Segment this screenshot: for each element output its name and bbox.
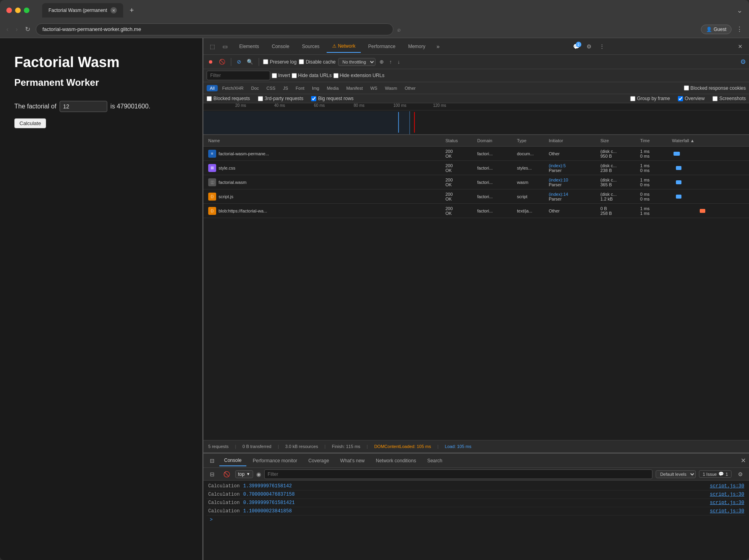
- col-time[interactable]: Time: [639, 137, 670, 144]
- preserve-log-label[interactable]: Preserve log: [263, 59, 296, 65]
- issues-badge-button[interactable]: 💬 1: [571, 41, 582, 52]
- download-button[interactable]: ↓: [396, 58, 402, 66]
- type-filter-js[interactable]: JS: [280, 85, 291, 91]
- factorial-input[interactable]: [60, 101, 107, 112]
- type-filter-all[interactable]: All: [207, 85, 218, 91]
- type-filter-doc[interactable]: Doc: [248, 85, 262, 91]
- screenshots-checkbox[interactable]: [712, 96, 718, 101]
- col-name[interactable]: Name: [207, 137, 444, 144]
- blocked-requests-checkbox[interactable]: [207, 96, 212, 101]
- hide-extension-urls-checkbox[interactable]: [333, 73, 339, 78]
- network-settings-button[interactable]: ⚙: [740, 58, 746, 66]
- blocked-cookies-checkbox[interactable]: [684, 85, 689, 91]
- tab-search[interactable]: Search: [422, 456, 447, 466]
- blocked-cookies-label[interactable]: Blocked response cookies: [684, 85, 746, 91]
- tab-close-button[interactable]: ✕: [110, 7, 117, 14]
- menu-button[interactable]: ⋮: [735, 24, 744, 35]
- console-close-button[interactable]: ✕: [741, 457, 746, 464]
- new-tab-button[interactable]: +: [126, 5, 137, 16]
- table-row[interactable]: ⊠ style.css 200 OK factori... styles... …: [203, 161, 749, 175]
- group-frame-checkbox[interactable]: [630, 96, 635, 101]
- upload-button[interactable]: ↑: [388, 58, 394, 66]
- back-button[interactable]: ‹: [5, 24, 10, 35]
- tab-performance-monitor[interactable]: Performance monitor: [248, 456, 302, 466]
- table-row[interactable]: ⟨⟩ script.js 200 OK factori... script (i…: [203, 189, 749, 204]
- tab-performance[interactable]: Performance: [362, 41, 401, 52]
- col-size[interactable]: Size: [599, 137, 639, 144]
- col-type[interactable]: Type: [515, 137, 547, 144]
- col-domain[interactable]: Domain: [476, 137, 515, 144]
- type-filter-ws[interactable]: WS: [367, 85, 381, 91]
- console-sidebar-button[interactable]: ⊟: [207, 455, 218, 466]
- type-filter-img[interactable]: Img: [309, 85, 322, 91]
- preserve-log-checkbox[interactable]: [263, 59, 268, 64]
- tab-whats-new[interactable]: What's new: [335, 456, 370, 466]
- table-row[interactable]: ≡ factorial-wasm-permane... 200 OK facto…: [203, 147, 749, 161]
- col-waterfall[interactable]: Waterfall ▲: [670, 137, 734, 144]
- clear-button[interactable]: 🚫: [217, 58, 227, 66]
- table-row[interactable]: ◫ factorial.wasm 200 OK factori... wasm …: [203, 175, 749, 189]
- log-source-2[interactable]: script.js:30: [710, 492, 744, 497]
- eye-icon[interactable]: ◉: [256, 471, 261, 477]
- type-filter-font[interactable]: Font: [292, 85, 308, 91]
- invert-checkbox-label[interactable]: Invert: [272, 73, 290, 78]
- tab-memory[interactable]: Memory: [403, 41, 431, 52]
- type-filter-media[interactable]: Media: [323, 85, 342, 91]
- tab-coverage[interactable]: Coverage: [304, 456, 334, 466]
- tab-elements[interactable]: Elements: [234, 41, 265, 52]
- hide-extension-urls-label[interactable]: Hide extension URLs: [333, 73, 385, 78]
- refresh-button[interactable]: ↻: [23, 24, 32, 35]
- hide-data-urls-label[interactable]: Hide data URLs: [292, 73, 332, 78]
- tab-network[interactable]: ⚠ Network: [327, 40, 361, 53]
- filter-toggle-button[interactable]: ⊘: [235, 58, 243, 66]
- context-selector[interactable]: top ▼: [235, 470, 253, 478]
- online-icon-button[interactable]: ⊕: [378, 58, 385, 66]
- overview-checkbox[interactable]: [678, 96, 683, 101]
- guest-button[interactable]: 👤 Guest: [701, 25, 732, 34]
- console-filter-input[interactable]: [264, 469, 653, 479]
- issue-badge[interactable]: 1 Issue 💬 1: [699, 470, 732, 478]
- invert-checkbox[interactable]: [272, 73, 277, 78]
- console-prompt[interactable]: >: [207, 516, 746, 524]
- type-filter-fetch[interactable]: Fetch/XHR: [219, 85, 247, 91]
- devtools-close-button[interactable]: ✕: [735, 41, 746, 52]
- levels-select[interactable]: Default levels: [656, 470, 696, 478]
- big-rows-label[interactable]: Big request rows: [311, 96, 353, 101]
- throttle-select[interactable]: No throttling: [338, 58, 375, 66]
- type-filter-css[interactable]: CSS: [263, 85, 279, 91]
- hide-data-urls-checkbox[interactable]: [292, 73, 297, 78]
- log-source-3[interactable]: script.js:30: [710, 500, 744, 506]
- browser-tab[interactable]: Factorial Wasm (permanent ✕: [42, 3, 123, 17]
- col-status[interactable]: Status: [444, 137, 476, 144]
- tab-console-bottom[interactable]: Console: [219, 455, 246, 466]
- disable-cache-checkbox[interactable]: [299, 59, 304, 64]
- type-filter-other[interactable]: Other: [401, 85, 419, 91]
- console-sidebar-toggle[interactable]: ⊟: [207, 469, 218, 480]
- tab-network-conditions[interactable]: Network conditions: [371, 456, 421, 466]
- col-initiator[interactable]: Initiator: [547, 137, 599, 144]
- log-source-4[interactable]: script.js:30: [710, 508, 744, 514]
- log-source-1[interactable]: script.js:30: [710, 483, 744, 489]
- calculate-button[interactable]: Calculate: [14, 118, 46, 128]
- blocked-requests-label[interactable]: Blocked requests: [207, 96, 250, 101]
- disable-cache-label[interactable]: Disable cache: [299, 59, 335, 65]
- type-filter-manifest[interactable]: Manifest: [343, 85, 366, 91]
- address-input[interactable]: [36, 23, 393, 35]
- group-frame-label[interactable]: Group by frame: [630, 96, 670, 101]
- inspect-element-button[interactable]: ⬚: [207, 41, 218, 52]
- filter-input[interactable]: [207, 71, 270, 80]
- third-party-label[interactable]: 3rd-party requests: [258, 96, 303, 101]
- screenshots-label[interactable]: Screenshots: [712, 96, 746, 101]
- console-settings-button[interactable]: ⚙: [735, 469, 746, 480]
- overview-label[interactable]: Overview: [678, 96, 704, 101]
- console-clear-button[interactable]: 🚫: [221, 469, 232, 480]
- devtools-settings-button[interactable]: ⚙: [584, 41, 595, 52]
- record-button[interactable]: ⏺: [207, 58, 215, 66]
- maximize-button[interactable]: [24, 8, 29, 13]
- tab-console[interactable]: Console: [266, 41, 295, 52]
- big-rows-checkbox[interactable]: [311, 96, 316, 101]
- table-row[interactable]: ⟨⟩ blob:https://factorial-wa... 200 OK f…: [203, 204, 749, 218]
- close-button[interactable]: [6, 8, 12, 13]
- type-filter-wasm[interactable]: Wasm: [382, 85, 401, 91]
- search-button[interactable]: 🔍: [245, 58, 255, 66]
